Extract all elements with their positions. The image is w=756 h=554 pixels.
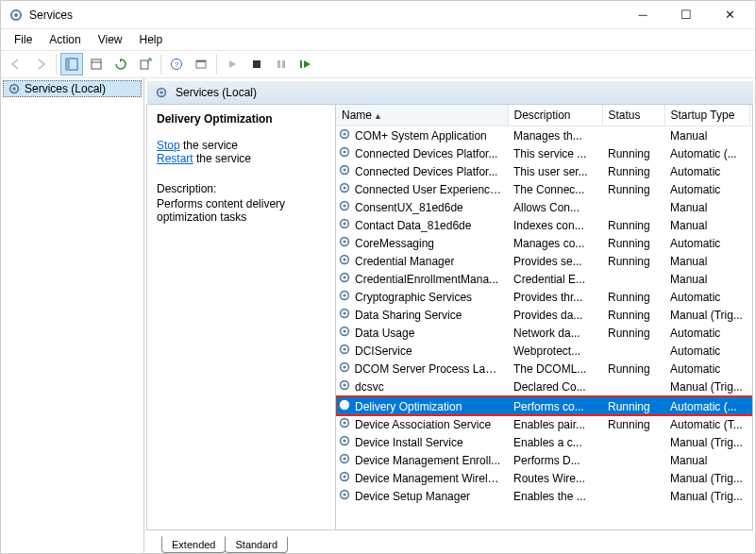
menubar: File Action View Help [1,29,755,50]
table-row[interactable]: Cryptographic ServicesProvides thr...Run… [336,288,752,306]
table-row[interactable]: CredentialEnrollmentMana...Credential E.… [336,270,752,288]
service-name: Cryptographic Services [355,291,472,304]
maximize-button[interactable]: ☐ [664,2,708,28]
start-service-button[interactable] [221,53,244,76]
tree-item-services-local[interactable]: Services (Local) [3,80,142,97]
table-row[interactable]: Device Management Wirele...Routes Wire..… [336,469,752,487]
column-startup-type[interactable]: Startup Type [664,105,749,126]
table-row[interactable]: Device Install ServiceEnables a c...Manu… [336,433,752,451]
service-logon: Loca [749,180,752,198]
service-logon: Loca [749,126,752,145]
service-startup: Automatic [664,234,749,252]
svg-point-48 [343,383,345,386]
tabs: Extended Standard [144,532,755,553]
service-name: Device Management Wirele... [355,472,502,485]
svg-rect-12 [277,60,280,68]
table-row[interactable]: DCOM Server Process Laun...The DCOML...R… [336,360,752,378]
service-logon: Loca [749,234,752,252]
service-status: Running [602,216,664,234]
table-row[interactable]: dcsvcDeclared Co...Manual (Trig...Loca [336,378,752,396]
menu-help[interactable]: Help [132,31,171,48]
restart-service-button[interactable] [294,53,317,76]
close-button[interactable]: ✕ [708,2,751,28]
table-row[interactable]: Device Setup ManagerEnables the ...Manua… [336,487,752,505]
service-name: Device Association Service [355,418,491,431]
column-description[interactable]: Description [508,105,602,126]
service-name: Data Usage [355,327,414,340]
service-status [602,487,664,505]
menu-view[interactable]: View [91,31,130,48]
titlebar: Services ─ ☐ ✕ [1,1,755,29]
help-button[interactable]: ? [165,53,188,76]
service-logon: Loca [749,252,752,270]
tab-extended[interactable]: Extended [161,536,226,553]
back-button[interactable] [5,53,27,76]
svg-point-16 [12,87,16,91]
stop-line: Stop the service [157,139,326,152]
table-row[interactable]: DCIServiceWebprotect...AutomaticLoca [336,342,752,360]
column-status[interactable]: Status [602,105,664,126]
menu-action[interactable]: Action [42,31,88,48]
service-icon [338,470,351,486]
refresh-button[interactable] [109,53,132,76]
svg-rect-3 [66,59,70,70]
svg-rect-13 [282,60,285,68]
table-row[interactable]: Delivery OptimizationPerforms co...Runni… [336,396,752,415]
table-row[interactable]: COM+ System ApplicationManages th...Manu… [336,126,752,145]
service-logon: Loca [749,324,752,342]
table-row[interactable]: Data Sharing ServiceProvides da...Runnin… [336,306,752,324]
tab-standard[interactable]: Standard [225,537,288,553]
service-name: Contact Data_81ed6de [355,219,471,232]
service-status [602,469,664,487]
properties-button[interactable] [85,53,108,76]
selected-service-name: Delivery Optimization [157,112,326,126]
dialog-button[interactable] [190,53,212,76]
separator [160,54,161,75]
service-status: Running [602,162,664,180]
show-tree-button[interactable] [60,53,83,76]
stop-link[interactable]: Stop [157,139,180,152]
service-name: Connected User Experience... [355,183,502,196]
table-row[interactable]: Credential ManagerProvides se...RunningM… [336,252,752,270]
table-row[interactable]: Connected Devices Platfor...This user se… [336,162,752,180]
service-name: Device Management Enroll... [355,454,500,467]
service-startup: Manual [664,198,749,216]
service-status [602,433,664,451]
svg-rect-6 [141,60,148,69]
export-button[interactable] [134,53,157,76]
table-row[interactable]: Connected User Experience...The Connec..… [336,180,752,198]
service-name: Delivery Optimization [355,400,462,413]
column-name[interactable]: Name▲ [336,105,508,126]
separator [216,54,217,75]
stop-service-button[interactable] [245,53,268,76]
svg-point-42 [343,329,345,332]
svg-point-1 [14,13,18,17]
svg-point-30 [343,222,345,225]
svg-point-44 [343,347,345,350]
table-row[interactable]: ConsentUX_81ed6deAllows Con...ManualLoca [336,198,752,216]
table-row[interactable]: Device Management Enroll...Performs D...… [336,451,752,469]
svg-rect-14 [300,60,302,68]
column-logon[interactable]: Log On As [749,105,752,126]
pause-service-button[interactable] [270,53,293,76]
list-view[interactable]: Name▲ Description Status Startup Type Lo… [336,105,752,529]
restart-link[interactable]: Restart [157,152,193,165]
table-row[interactable]: Device Association ServiceEnables pair..… [336,415,752,433]
table-row[interactable]: CoreMessagingManages co...RunningAutomat… [336,234,752,252]
svg-point-22 [343,150,345,153]
column-header-row: Name▲ Description Status Startup Type Lo… [336,105,752,126]
menu-file[interactable]: File [7,31,40,48]
svg-point-38 [343,294,345,296]
table-row[interactable]: Contact Data_81ed6deIndexes con...Runnin… [336,216,752,234]
forward-button[interactable] [29,53,52,76]
service-logon: Loca [749,144,752,162]
table-row[interactable]: Data UsageNetwork da...RunningAutomaticL… [336,324,752,342]
service-status [602,451,664,469]
minimize-button[interactable]: ─ [621,2,664,28]
right-header-label: Services (Local) [176,86,257,99]
service-name: Credential Manager [355,255,454,268]
right-pane: Services (Local) Delivery Optimization S… [144,78,755,553]
service-logon: Loca [749,216,752,234]
table-row[interactable]: Connected Devices Platfor...This service… [336,144,752,162]
service-status: Running [602,288,664,306]
